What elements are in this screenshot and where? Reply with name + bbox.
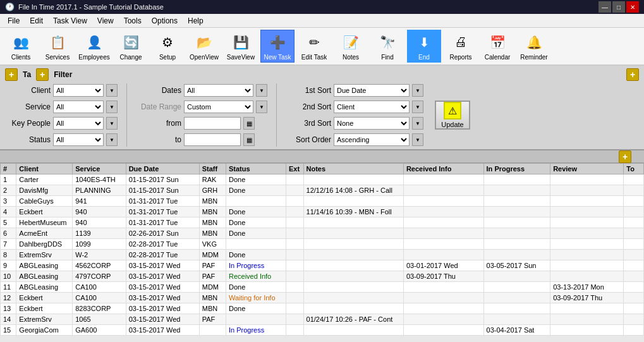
table-cell: 03-05-2017 Sun	[483, 260, 550, 271]
newtask-label: New Task	[264, 54, 291, 61]
setup-icon: ⚙	[157, 32, 178, 52]
client-select[interactable]: All	[53, 84, 104, 97]
keypeople-select[interactable]: All	[53, 117, 104, 130]
filter-tabs: + Ta + Filter +	[5, 68, 639, 81]
openview-button[interactable]: 📂 OpenView	[187, 30, 221, 63]
table-row[interactable]: 3CableGuys94101-31-2017 TueMBN	[1, 196, 644, 207]
change-button[interactable]: 🔄 Change	[114, 30, 148, 63]
title-bar: 🕐 File In Time 2017.1 - Sample Tutorial …	[0, 0, 644, 14]
tab-select[interactable]: Ta	[19, 69, 35, 80]
table-row[interactable]: 13Eckbert8283CORP03-15-2017 WedMBNDone	[1, 303, 644, 314]
menu-tools[interactable]: Tools	[119, 15, 147, 27]
table-cell	[403, 250, 483, 260]
find-label: Find	[381, 54, 393, 61]
menu-task-view[interactable]: Task View	[48, 15, 92, 27]
from-input[interactable]	[184, 117, 241, 130]
table-cell	[624, 314, 644, 325]
menu-file[interactable]: File	[3, 15, 25, 27]
table-row[interactable]: 8ExtremSrvW-202-28-2017 TueMDMDone	[1, 250, 644, 260]
status-arrow-btn[interactable]: ▼	[106, 133, 118, 146]
add-column-button[interactable]: +	[619, 150, 631, 163]
services-button[interactable]: 📋 Services	[40, 30, 75, 63]
to-date-picker[interactable]: ▦	[243, 133, 255, 146]
clients-button[interactable]: 👥 Clients	[4, 30, 38, 63]
update-label: Update	[441, 121, 463, 128]
daterange-select[interactable]: Custom	[184, 101, 253, 113]
maximize-button[interactable]: □	[612, 1, 625, 13]
edittask-button[interactable]: ✏ Edit Task	[297, 30, 331, 63]
status-select[interactable]: All	[53, 133, 104, 146]
sortorder-arrow-btn[interactable]: ▼	[412, 133, 423, 146]
table-cell: Eckbert	[16, 207, 73, 217]
table-row[interactable]: 14ExtremSrv106503-15-2017 WedPAF01/24/17…	[1, 314, 644, 325]
table-cell: 01-15-2017 Sun	[126, 185, 199, 196]
newtask-button[interactable]: ➕ New Task	[260, 30, 295, 63]
sort3-select[interactable]: None	[334, 117, 410, 130]
saveview-button[interactable]: 💾 SaveView	[224, 30, 258, 63]
table-row[interactable]: 11ABGLeasingCA10003-15-2017 WedMDMDone03…	[1, 282, 644, 293]
reports-button[interactable]: 🖨 Reports	[444, 30, 478, 63]
sort1-arrow-btn[interactable]: ▼	[412, 84, 423, 97]
sortorder-select[interactable]: Ascending	[334, 133, 410, 146]
table-cell	[483, 293, 550, 303]
table-row[interactable]: 1Carter1040ES-4TH01-15-2017 SunRAKDone	[1, 174, 644, 185]
dates-select[interactable]: All	[184, 84, 253, 97]
table-scroll[interactable]: # Client Service Due Date Staff Status E…	[0, 163, 644, 342]
table-row[interactable]: 9ABGLeasing4562CORP03-15-2017 WedPAFIn P…	[1, 260, 644, 271]
service-arrow-btn[interactable]: ▼	[106, 101, 118, 113]
table-cell	[286, 185, 303, 196]
update-button[interactable]: ⚠ Update	[435, 101, 470, 130]
reminder-button[interactable]: 🔔 Reminder	[517, 30, 551, 63]
minimize-button[interactable]: —	[598, 1, 611, 13]
end-button[interactable]: ⬇ End	[407, 30, 441, 63]
table-cell: 15	[1, 325, 16, 336]
menu-edit[interactable]: Edit	[25, 15, 48, 27]
table-cell: 1065	[73, 314, 126, 325]
table-row[interactable]: 10ABGLeasing4797CORP03-15-2017 WedPAFRec…	[1, 271, 644, 282]
change-icon: 🔄	[121, 32, 141, 52]
sort1-select[interactable]: Due Date	[334, 84, 410, 97]
table-row[interactable]: 2DavisMfgPLANNING01-15-2017 SunGRHDone12…	[1, 185, 644, 196]
table-cell: Eckbert	[16, 303, 73, 314]
add-tab-button[interactable]: +	[5, 68, 18, 81]
from-date-picker[interactable]: ▦	[243, 117, 255, 130]
table-cell: Carter	[16, 174, 73, 185]
table-row[interactable]: 7DahlbergDDS109902-28-2017 TueVKG	[1, 239, 644, 250]
service-select[interactable]: All	[53, 101, 104, 113]
table-row[interactable]: 6AcmeEnt113902-26-2017 SunMBNDone	[1, 228, 644, 239]
col-header-staff: Staff	[199, 164, 226, 174]
keypeople-arrow-btn[interactable]: ▼	[106, 117, 118, 130]
employees-icon: 👤	[84, 32, 104, 52]
sort2-arrow-btn[interactable]: ▼	[412, 101, 423, 113]
sort3-label: 3rd Sort	[286, 119, 331, 128]
dates-label: Dates	[136, 86, 181, 95]
menu-help[interactable]: Help	[183, 15, 209, 27]
notes-button[interactable]: 📝 Notes	[334, 30, 368, 63]
to-input[interactable]	[184, 133, 241, 146]
table-cell: MBN	[199, 196, 226, 207]
close-button[interactable]: ✕	[626, 1, 639, 13]
table-row[interactable]: 15GeorgiaComGA60003-15-2017 WedIn Progre…	[1, 325, 644, 336]
table-cell	[550, 271, 624, 282]
edittask-label: Edit Task	[301, 54, 327, 61]
table-cell: 13	[1, 303, 16, 314]
table-cell: Done	[226, 207, 286, 217]
calendar-button[interactable]: 📅 Calendar	[480, 30, 514, 63]
table-row[interactable]: 12EckbertCA10003-15-2017 WedMBNWaiting f…	[1, 293, 644, 303]
find-button[interactable]: 🔭 Find	[370, 30, 404, 63]
table-row[interactable]: 5HebertMuseum94001-31-2017 TueMBNDone	[1, 217, 644, 228]
table-cell	[303, 325, 403, 336]
filter-tab[interactable]: Filter	[50, 69, 76, 80]
client-arrow-btn[interactable]: ▼	[106, 84, 118, 97]
add-select-button[interactable]: +	[36, 68, 49, 81]
setup-button[interactable]: ⚙ Setup	[150, 30, 185, 63]
daterange-arrow-btn[interactable]: ▼	[256, 101, 267, 113]
employees-button[interactable]: 👤 Employees	[77, 30, 111, 63]
dates-arrow-btn[interactable]: ▼	[256, 84, 267, 97]
sort2-select[interactable]: Client	[334, 101, 410, 113]
add-filter-button[interactable]: +	[626, 68, 639, 81]
menu-view[interactable]: View	[92, 15, 119, 27]
table-row[interactable]: 4Eckbert94001-31-2017 TueMBNDone11/14/16…	[1, 207, 644, 217]
sort3-arrow-btn[interactable]: ▼	[412, 117, 423, 130]
menu-options[interactable]: Options	[147, 15, 183, 27]
